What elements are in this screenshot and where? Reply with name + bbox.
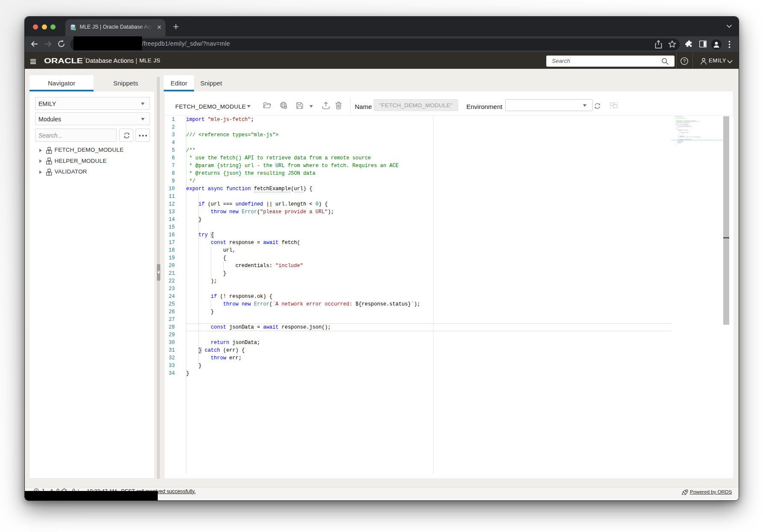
svg-text:ORACLE: ORACLE	[44, 57, 83, 65]
svg-text:?: ?	[683, 59, 685, 64]
